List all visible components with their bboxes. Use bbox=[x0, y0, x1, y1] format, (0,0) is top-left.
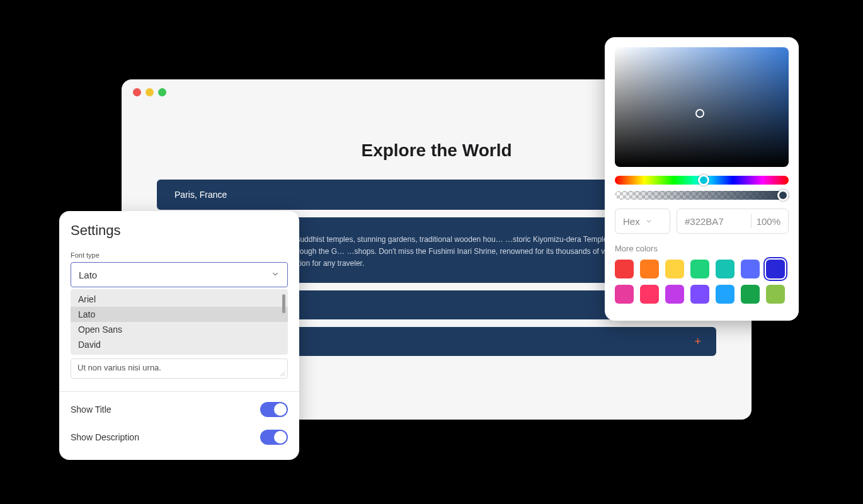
format-value: Hex bbox=[623, 216, 640, 227]
color-inputs: Hex #322BA7 100% bbox=[615, 209, 789, 234]
color-swatch[interactable] bbox=[690, 260, 709, 278]
color-swatch[interactable] bbox=[665, 260, 684, 278]
font-option[interactable]: David bbox=[71, 337, 288, 352]
toggle-knob bbox=[274, 403, 287, 416]
color-swatch[interactable] bbox=[766, 260, 785, 278]
show-description-row: Show Description bbox=[71, 430, 288, 445]
maximize-window-button[interactable] bbox=[158, 88, 166, 96]
show-title-row: Show Title bbox=[71, 402, 288, 417]
hex-value: #322BA7 bbox=[685, 216, 724, 227]
hue-slider[interactable] bbox=[615, 176, 789, 185]
alpha-value: 100% bbox=[757, 216, 780, 227]
color-picker-panel: Hex #322BA7 100% More colors bbox=[605, 37, 799, 321]
color-swatch[interactable] bbox=[716, 260, 734, 278]
color-swatch[interactable] bbox=[741, 285, 760, 304]
saturation-picker[interactable] bbox=[615, 47, 789, 167]
resize-handle-icon[interactable] bbox=[280, 371, 285, 376]
description-textarea[interactable]: Ut non varius nisi urna. bbox=[71, 358, 288, 379]
color-swatch[interactable] bbox=[640, 260, 659, 278]
color-swatch[interactable] bbox=[615, 285, 634, 304]
settings-title: Settings bbox=[71, 222, 288, 239]
color-swatch[interactable] bbox=[615, 260, 634, 278]
scrollbar[interactable] bbox=[282, 294, 285, 313]
saturation-cursor[interactable] bbox=[695, 109, 704, 118]
color-swatch[interactable] bbox=[716, 285, 734, 304]
close-window-button[interactable] bbox=[133, 88, 141, 96]
font-type-value: Lato bbox=[79, 270, 97, 280]
font-type-label: Font type bbox=[71, 251, 288, 259]
color-swatch[interactable] bbox=[741, 260, 760, 278]
color-swatch[interactable] bbox=[665, 285, 684, 304]
hue-cursor[interactable] bbox=[698, 175, 709, 186]
show-description-label: Show Description bbox=[71, 432, 139, 442]
more-colors-label: More colors bbox=[615, 244, 789, 253]
swatch-grid bbox=[615, 260, 789, 304]
show-title-toggle[interactable] bbox=[260, 402, 288, 417]
color-swatch[interactable] bbox=[766, 285, 785, 304]
minimize-window-button[interactable] bbox=[146, 88, 154, 96]
font-option[interactable]: Lato bbox=[71, 307, 288, 322]
color-swatch[interactable] bbox=[640, 285, 659, 304]
show-description-toggle[interactable] bbox=[260, 430, 288, 445]
toggle-knob bbox=[274, 431, 287, 444]
font-option[interactable]: Ariel bbox=[71, 292, 288, 307]
alpha-slider[interactable] bbox=[615, 191, 789, 200]
chevron-down-icon bbox=[645, 217, 653, 225]
font-option[interactable]: Open Sans bbox=[71, 322, 288, 337]
chevron-down-icon bbox=[271, 270, 280, 280]
plus-icon: + bbox=[694, 335, 701, 348]
show-title-label: Show Title bbox=[71, 404, 111, 415]
font-dropdown: Ariel Lato Open Sans David bbox=[71, 289, 288, 355]
divider bbox=[59, 391, 299, 392]
color-format-select[interactable]: Hex bbox=[615, 209, 670, 234]
font-type-select[interactable]: Lato bbox=[71, 262, 288, 287]
alpha-cursor[interactable] bbox=[777, 190, 789, 201]
textarea-value: Ut non varius nisi urna. bbox=[77, 363, 161, 372]
separator bbox=[751, 214, 752, 228]
color-swatch[interactable] bbox=[690, 285, 709, 304]
hex-input[interactable]: #322BA7 100% bbox=[677, 209, 789, 234]
settings-panel: Settings Font type Lato Ariel Lato Open … bbox=[59, 211, 299, 460]
